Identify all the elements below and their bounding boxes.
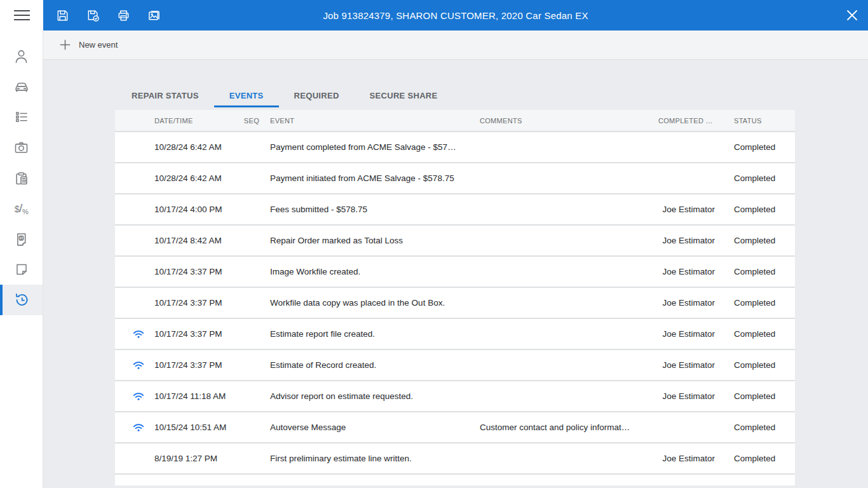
car-icon (13, 78, 31, 95)
action-toolbar: New event (43, 30, 868, 60)
svg-text:$: $ (20, 234, 22, 240)
save-check-icon[interactable] (85, 8, 100, 23)
dollar-document-icon: $ (13, 231, 30, 248)
cell-completed-by: Joe Estimator (658, 391, 715, 401)
cell-status: Completed (715, 298, 795, 308)
table-row[interactable]: 10/28/24 6:42 AM Payment completed from … (115, 132, 795, 163)
table-row[interactable]: 10/17/24 3:37 PM Workfile data copy was … (115, 288, 795, 319)
cell-completed-by: Joe Estimator (658, 267, 715, 276)
sidebar-item-photos[interactable] (0, 132, 43, 163)
new-event-label: New event (79, 40, 118, 50)
header-status: STATUS (715, 117, 795, 125)
cell-completed-by: Joe Estimator (658, 298, 715, 308)
checklist-icon (13, 109, 30, 125)
cell-completed-by: Joe Estimator (658, 205, 715, 214)
table-row[interactable]: 10/17/24 3:37 PM Estimate report file cr… (115, 319, 795, 350)
table-row[interactable]: 10/17/24 11:18 AM Advisor report on esti… (115, 381, 795, 412)
header-datetime: DATE/TIME (154, 117, 231, 125)
tab-repair-status[interactable]: REPAIR STATUS (116, 86, 214, 107)
window-title: Job 913824379, SHARON CUSTOMER, 2020 Car… (43, 10, 868, 21)
cell-status: Completed (715, 360, 795, 370)
cell-status: Completed (715, 173, 795, 183)
cell-status: Completed (715, 454, 795, 463)
sidebar-item-fees[interactable]: $ (0, 224, 43, 254)
cell-status: Completed (715, 236, 795, 245)
sidebar-item-estimate[interactable] (0, 163, 43, 193)
cell-datetime: 10/17/24 3:37 PM (154, 329, 231, 339)
new-event-button[interactable]: New event (59, 39, 118, 51)
events-table: DATE/TIME SEQ EVENT COMMENTS COMPLETED B… (115, 110, 795, 485)
cell-status: Completed (715, 391, 795, 401)
event-table-body: 10/28/24 6:42 AM Payment completed from … (115, 132, 795, 475)
table-row[interactable]: 10/17/24 8:42 AM Repair Order marked as … (115, 226, 795, 257)
sidebar: $/% $ (0, 30, 43, 488)
cell-event: Advisor report on estimate requested. (259, 391, 480, 401)
cell-status: Completed (715, 423, 795, 432)
tab-required[interactable]: REQUIRED (279, 86, 355, 107)
cell-completed-by: Joe Estimator (658, 454, 715, 463)
plus-icon (59, 39, 71, 51)
cell-status: Completed (715, 267, 795, 276)
save-icon[interactable] (55, 8, 70, 23)
sidebar-item-rates[interactable]: $/% (0, 193, 43, 224)
dollar-percent-icon: $/% (15, 201, 28, 215)
wifi-icon (133, 423, 144, 432)
cell-event: Fees submitted - $578.75 (259, 205, 480, 214)
tab-events[interactable]: EVENTS (214, 86, 279, 107)
cell-status: Completed (715, 205, 795, 214)
main-content: REPAIR STATUS EVENTS REQUIRED SECURE SHA… (43, 60, 868, 488)
table-row[interactable]: 10/28/24 6:42 AM Payment initiated from … (115, 163, 795, 194)
cell-datetime: 10/17/24 3:37 PM (154, 360, 231, 370)
partial-row (115, 475, 795, 485)
sidebar-item-line-items[interactable] (0, 102, 43, 132)
cell-event: First preliminary estimate line written. (259, 454, 480, 463)
cell-event: Image Workfile created. (259, 267, 480, 276)
cell-status: Completed (715, 329, 795, 339)
close-icon[interactable] (844, 8, 860, 24)
table-header-row: DATE/TIME SEQ EVENT COMMENTS COMPLETED B… (115, 110, 795, 132)
cell-datetime: 10/28/24 6:42 AM (154, 142, 231, 152)
tab-secure-share[interactable]: SECURE SHARE (355, 86, 453, 107)
cell-completed-by: Joe Estimator (658, 329, 715, 339)
header-completed-by: COMPLETED BY (658, 117, 715, 125)
cell-datetime: 10/17/24 3:37 PM (154, 298, 231, 308)
person-icon (13, 48, 30, 65)
cell-datetime: 10/15/24 10:51 AM (154, 423, 231, 432)
photos-icon[interactable] (146, 8, 161, 23)
sidebar-item-notes[interactable] (0, 254, 43, 285)
cell-datetime: 10/28/24 6:42 AM (154, 173, 231, 183)
hamburger-icon (14, 10, 30, 11)
table-row[interactable]: 10/17/24 3:37 PM Image Workfile created.… (115, 257, 795, 288)
header-event: EVENT (259, 117, 480, 125)
sidebar-item-history[interactable] (0, 285, 43, 315)
cell-event: Autoverse Message (259, 423, 480, 432)
cell-datetime: 10/17/24 4:00 PM (154, 205, 231, 214)
cell-datetime: 10/17/24 8:42 AM (154, 236, 231, 245)
table-row[interactable]: 8/19/19 1:27 PM First preliminary estima… (115, 444, 795, 475)
cell-event: Payment completed from ACME Salvage - $5… (259, 142, 480, 152)
wifi-icon (133, 330, 144, 339)
table-row[interactable]: 10/15/24 10:51 AM Autoverse Message Cust… (115, 412, 795, 444)
cell-datetime: 10/17/24 3:37 PM (154, 267, 231, 276)
cell-event: Estimate of Record created. (259, 360, 480, 370)
history-clock-icon (13, 291, 31, 309)
table-row[interactable]: 10/17/24 4:00 PM Fees submitted - $578.7… (115, 194, 795, 226)
note-icon (13, 261, 30, 278)
sidebar-item-customer[interactable] (0, 41, 43, 71)
clipboard-calculator-icon (13, 170, 30, 187)
menu-button[interactable] (0, 0, 43, 30)
sidebar-item-vehicle[interactable] (0, 71, 43, 102)
cell-datetime: 10/17/24 11:18 AM (154, 391, 231, 401)
camera-icon (13, 139, 30, 156)
cell-comments: Customer contact and policy informat… (480, 423, 658, 432)
cell-event: Workfile data copy was placed in the Out… (259, 298, 480, 308)
cell-completed-by: Joe Estimator (658, 236, 715, 245)
cell-datetime: 8/19/19 1:27 PM (154, 454, 231, 463)
wifi-icon (133, 361, 144, 370)
header-comments: COMMENTS (480, 117, 658, 125)
table-row[interactable]: 10/17/24 3:37 PM Estimate of Record crea… (115, 350, 795, 381)
cell-event: Repair Order marked as Total Loss (259, 236, 480, 245)
cell-event: Estimate report file created. (259, 329, 480, 339)
print-icon[interactable] (116, 8, 131, 23)
wifi-icon (133, 392, 144, 401)
